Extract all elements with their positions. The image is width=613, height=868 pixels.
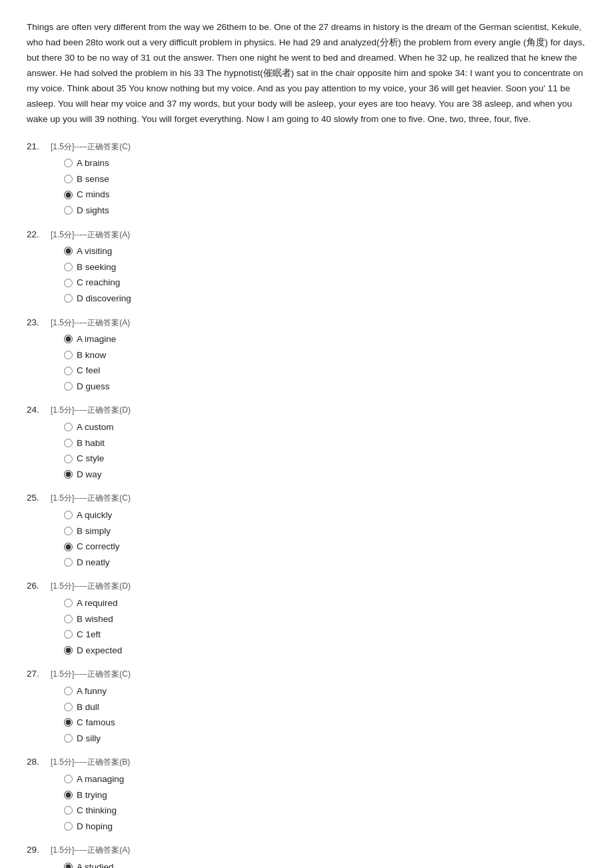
option-item[interactable]: A imagine (64, 332, 586, 347)
option-item[interactable]: C reaching (64, 275, 586, 290)
radio-input-q22d[interactable] (64, 294, 73, 303)
option-item[interactable]: D guess (64, 379, 586, 394)
option-label[interactable]: B simply (77, 524, 111, 539)
radio-input-q23d[interactable] (64, 382, 73, 391)
option-label[interactable]: A imagine (77, 332, 116, 347)
option-label[interactable]: D sights (77, 203, 109, 218)
radio-input-q28c[interactable] (64, 806, 73, 815)
option-label[interactable]: D way (77, 467, 102, 482)
option-label[interactable]: C reaching (77, 275, 120, 290)
radio-input-q23b[interactable] (64, 351, 73, 359)
radio-input-q21c[interactable] (64, 191, 73, 199)
option-label[interactable]: A quickly (77, 508, 112, 523)
option-item[interactable]: C 1eft (64, 627, 586, 642)
radio-input-q25b[interactable] (64, 527, 73, 535)
option-item[interactable]: C style (64, 451, 586, 466)
option-item[interactable]: C minds (64, 187, 586, 202)
option-label[interactable]: A required (77, 596, 118, 611)
option-item[interactable]: C feel (64, 363, 586, 378)
option-label[interactable]: C minds (77, 187, 110, 202)
radio-input-q25c[interactable] (64, 543, 73, 551)
option-label[interactable]: A custom (77, 420, 114, 435)
radio-input-q21b[interactable] (64, 175, 73, 183)
radio-input-q24d[interactable] (64, 470, 73, 479)
radio-input-q21a[interactable] (64, 159, 73, 167)
option-label[interactable]: C thinking (77, 803, 117, 818)
radio-input-q25d[interactable] (64, 558, 73, 567)
radio-input-q22b[interactable] (64, 263, 73, 271)
option-label[interactable]: B wished (77, 612, 113, 627)
option-label[interactable]: B dull (77, 700, 99, 715)
radio-input-q28a[interactable] (64, 775, 73, 783)
radio-input-q26c[interactable] (64, 630, 73, 639)
option-item[interactable]: A custom (64, 420, 586, 435)
option-item[interactable]: D silly (64, 731, 586, 746)
radio-input-q27c[interactable] (64, 718, 73, 727)
option-label[interactable]: A studied (77, 860, 114, 868)
option-label[interactable]: D neatly (77, 555, 110, 570)
radio-input-q26b[interactable] (64, 615, 73, 623)
radio-input-q29a[interactable] (64, 863, 73, 868)
option-item[interactable]: C thinking (64, 803, 586, 818)
option-label[interactable]: D guess (77, 379, 110, 394)
option-label[interactable]: D hoping (77, 819, 113, 834)
option-item[interactable]: A managing (64, 772, 586, 787)
option-item[interactable]: A visiting (64, 244, 586, 259)
option-item[interactable]: A funny (64, 684, 586, 699)
radio-input-q28b[interactable] (64, 791, 73, 799)
option-item[interactable]: B trying (64, 788, 586, 803)
question-meta: [1.5分]-----正确答案(D) (51, 580, 131, 593)
option-label[interactable]: D silly (77, 731, 101, 746)
option-label[interactable]: C correctly (77, 539, 120, 554)
option-label[interactable]: B habit (77, 436, 105, 451)
radio-input-q26a[interactable] (64, 599, 73, 607)
option-item[interactable]: A brains (64, 156, 586, 171)
option-item[interactable]: D discovering (64, 291, 586, 306)
radio-input-q26d[interactable] (64, 646, 73, 655)
option-label[interactable]: C feel (77, 363, 100, 378)
option-item[interactable]: C famous (64, 715, 586, 730)
option-item[interactable]: B know (64, 348, 586, 363)
option-item[interactable]: B sense (64, 172, 586, 187)
radio-input-q27d[interactable] (64, 734, 73, 743)
option-item[interactable]: D expected (64, 643, 586, 658)
option-item[interactable]: D way (64, 467, 586, 482)
radio-input-q22c[interactable] (64, 279, 73, 287)
radio-input-q22a[interactable] (64, 247, 73, 255)
option-label[interactable]: C 1eft (77, 627, 101, 642)
option-label[interactable]: D discovering (77, 291, 131, 306)
option-label[interactable]: B trying (77, 788, 107, 803)
option-item[interactable]: A required (64, 596, 586, 611)
radio-input-q23c[interactable] (64, 367, 73, 375)
option-label[interactable]: D expected (77, 643, 122, 658)
option-label[interactable]: A managing (77, 772, 124, 787)
option-item[interactable]: B dull (64, 700, 586, 715)
radio-input-q24c[interactable] (64, 455, 73, 463)
option-label[interactable]: B seeking (77, 260, 116, 275)
option-label[interactable]: B know (77, 348, 106, 363)
option-item[interactable]: B wished (64, 612, 586, 627)
option-item[interactable]: A quickly (64, 508, 586, 523)
option-label[interactable]: A brains (77, 156, 109, 171)
option-label[interactable]: C famous (77, 715, 115, 730)
radio-input-q24b[interactable] (64, 439, 73, 447)
option-item[interactable]: B simply (64, 524, 586, 539)
radio-input-q24a[interactable] (64, 423, 73, 431)
option-item[interactable]: B seeking (64, 260, 586, 275)
option-item[interactable]: C correctly (64, 539, 586, 554)
option-label[interactable]: A visiting (77, 244, 112, 259)
option-item[interactable]: A studied (64, 860, 586, 868)
option-item[interactable]: D neatly (64, 555, 586, 570)
radio-input-q27a[interactable] (64, 687, 73, 695)
radio-input-q23a[interactable] (64, 335, 73, 343)
option-label[interactable]: C style (77, 451, 104, 466)
option-label[interactable]: B sense (77, 172, 109, 187)
option-label[interactable]: A funny (77, 684, 107, 699)
radio-input-q28d[interactable] (64, 822, 73, 831)
option-item[interactable]: D hoping (64, 819, 586, 834)
option-item[interactable]: D sights (64, 203, 586, 218)
radio-input-q25a[interactable] (64, 511, 73, 519)
radio-input-q27b[interactable] (64, 703, 73, 711)
option-item[interactable]: B habit (64, 436, 586, 451)
radio-input-q21d[interactable] (64, 206, 73, 215)
